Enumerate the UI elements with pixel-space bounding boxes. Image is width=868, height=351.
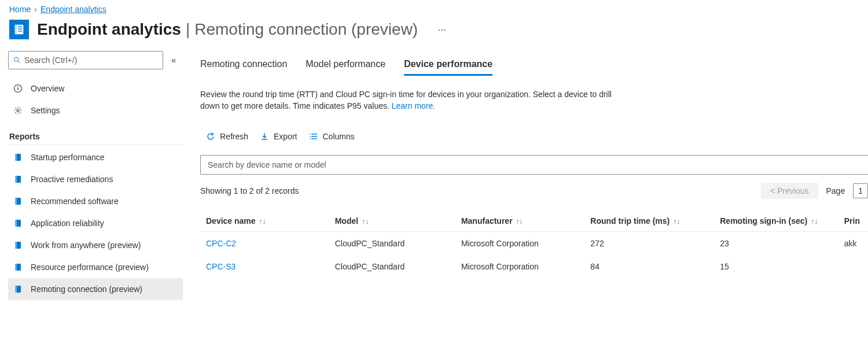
- refresh-button[interactable]: Refresh: [206, 132, 248, 141]
- svg-line-6: [18, 61, 20, 63]
- table-row[interactable]: CPC-S3 CloudPC_Standard Microsoft Corpor…: [200, 255, 868, 278]
- sidebar-item-startup-performance[interactable]: Startup performance: [8, 146, 183, 168]
- svg-point-5: [14, 57, 19, 61]
- refresh-label: Refresh: [220, 132, 248, 141]
- cell-model: CloudPC_Standard: [329, 231, 455, 255]
- more-actions-button[interactable]: ···: [437, 24, 446, 36]
- collapse-sidebar-button[interactable]: «: [169, 53, 178, 67]
- cell-manufacturer: Microsoft Corporation: [455, 255, 584, 278]
- record-count: Showing 1 to 2 of 2 records: [200, 186, 299, 195]
- cell-rtt: 84: [584, 255, 714, 278]
- toolbar: Refresh Export Columns: [206, 132, 868, 141]
- col-header-primary[interactable]: Prin: [838, 210, 868, 232]
- sidebar-item-label: Recommended software: [31, 197, 119, 206]
- report-icon: [13, 153, 23, 162]
- previous-page-button[interactable]: < Previous: [761, 183, 818, 199]
- sidebar-search-box[interactable]: [8, 51, 163, 69]
- sidebar-item-work-from-anywhere[interactable]: Work from anywhere (preview): [8, 234, 183, 256]
- cell-primary: [838, 255, 868, 278]
- sidebar-item-label: Overview: [31, 84, 64, 93]
- col-header-signin[interactable]: Remoting sign-in (sec)↑↓: [714, 210, 838, 232]
- page-title: Endpoint analytics | Remoting connection…: [37, 20, 418, 39]
- tab-remoting-connection[interactable]: Remoting connection: [200, 56, 287, 76]
- columns-button[interactable]: Columns: [309, 132, 355, 141]
- col-header-device-name[interactable]: Device name↑↓: [200, 210, 329, 232]
- sidebar: « Overview Settings Reports Startup perf…: [0, 51, 183, 300]
- page-header: Endpoint analytics | Remoting connection…: [0, 16, 868, 51]
- svg-point-9: [17, 86, 19, 87]
- page-label: Page: [826, 186, 845, 195]
- sidebar-item-label: Resource performance (preview): [31, 263, 149, 272]
- cell-manufacturer: Microsoft Corporation: [455, 231, 584, 255]
- device-link[interactable]: CPC-S3: [206, 262, 236, 271]
- breadcrumb-separator: ›: [34, 5, 37, 14]
- pager: < Previous Page 1: [761, 183, 868, 199]
- sidebar-item-remoting-connection[interactable]: Remoting connection (preview): [8, 278, 183, 300]
- svg-rect-24: [15, 286, 17, 293]
- sidebar-item-label: Work from anywhere (preview): [31, 241, 141, 250]
- info-icon: [13, 84, 23, 93]
- sidebar-item-overview[interactable]: Overview: [8, 77, 183, 99]
- sort-icon: ↑↓: [362, 217, 369, 226]
- sort-icon: ↑↓: [811, 217, 818, 226]
- svg-rect-12: [15, 154, 17, 161]
- breadcrumb-home[interactable]: Home: [9, 5, 31, 14]
- search-icon: [13, 56, 21, 64]
- col-header-manufacturer[interactable]: Manufacturer↑↓: [455, 210, 584, 232]
- page-title-main: Endpoint analytics: [37, 20, 181, 39]
- col-header-rtt[interactable]: Round trip time (ms)↑↓: [584, 210, 714, 232]
- svg-point-30: [310, 138, 311, 139]
- sort-icon: ↑↓: [259, 217, 266, 226]
- svg-rect-1: [15, 25, 17, 35]
- report-icon: [13, 197, 23, 206]
- sidebar-item-proactive-remediations[interactable]: Proactive remediations: [8, 168, 183, 190]
- main-content: Remoting connection Model performance De…: [183, 51, 868, 300]
- cell-signin: 23: [714, 231, 838, 255]
- cell-rtt: 272: [584, 231, 714, 255]
- export-button[interactable]: Export: [260, 132, 297, 141]
- sidebar-search-input[interactable]: [24, 56, 158, 65]
- cell-model: CloudPC_Standard: [329, 255, 455, 278]
- page-title-sub: Remoting connection (preview): [194, 20, 418, 39]
- sidebar-item-label: Remoting connection (preview): [31, 285, 142, 294]
- sort-icon: ↑↓: [516, 217, 523, 226]
- sidebar-item-application-reliability[interactable]: Application reliability: [8, 212, 183, 234]
- report-icon: [13, 241, 23, 250]
- learn-more-link[interactable]: Learn more.: [392, 101, 435, 110]
- sidebar-item-settings[interactable]: Settings: [8, 99, 183, 121]
- description-text: Review the round trip time (RTT) and Clo…: [200, 88, 617, 112]
- gear-icon: [13, 106, 23, 115]
- svg-rect-20: [15, 242, 17, 249]
- tab-model-performance[interactable]: Model performance: [306, 56, 385, 76]
- export-label: Export: [274, 132, 297, 141]
- sidebar-item-resource-performance[interactable]: Resource performance (preview): [8, 256, 183, 278]
- sidebar-item-label: Proactive remediations: [31, 175, 113, 184]
- svg-point-28: [310, 134, 311, 135]
- device-table: Device name↑↓ Model↑↓ Manufacturer↑↓ Rou…: [200, 210, 868, 278]
- sidebar-section-reports: Reports: [8, 121, 183, 145]
- breadcrumb: Home › Endpoint analytics: [0, 0, 868, 16]
- filter-input[interactable]: [200, 155, 868, 175]
- table-row[interactable]: CPC-C2 CloudPC_Standard Microsoft Corpor…: [200, 231, 868, 255]
- download-icon: [260, 132, 269, 141]
- svg-rect-16: [15, 198, 17, 205]
- col-header-model[interactable]: Model↑↓: [329, 210, 455, 232]
- svg-rect-22: [15, 264, 17, 271]
- cell-primary: akk: [838, 231, 868, 255]
- breadcrumb-current[interactable]: Endpoint analytics: [41, 5, 106, 14]
- sidebar-item-label: Application reliability: [31, 219, 104, 228]
- tab-device-performance[interactable]: Device performance: [404, 56, 492, 76]
- cell-signin: 15: [714, 255, 838, 278]
- sidebar-item-recommended-software[interactable]: Recommended software: [8, 190, 183, 212]
- analytics-icon: [9, 20, 29, 39]
- svg-point-29: [310, 136, 311, 137]
- columns-label: Columns: [323, 132, 355, 141]
- refresh-icon: [206, 132, 215, 141]
- sort-icon: ↑↓: [673, 217, 680, 226]
- sidebar-item-label: Settings: [31, 106, 60, 115]
- columns-icon: [309, 132, 318, 141]
- tabs: Remoting connection Model performance De…: [200, 56, 868, 76]
- report-icon: [13, 175, 23, 184]
- device-link[interactable]: CPC-C2: [206, 239, 236, 248]
- page-number-input[interactable]: 1: [853, 183, 868, 198]
